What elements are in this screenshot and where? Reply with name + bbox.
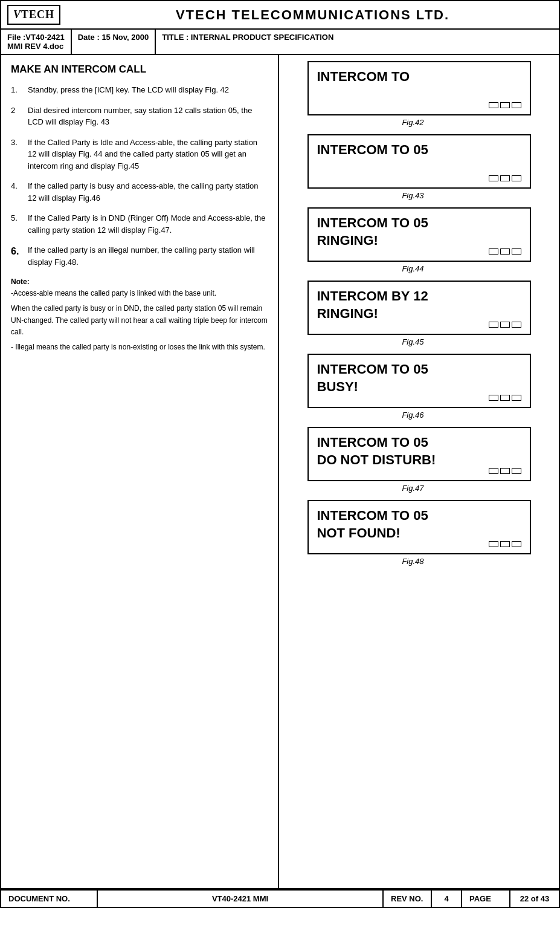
figure-47: INTERCOM TO 05DO NOT DISTURB! Fig.47 — [286, 427, 552, 496]
fig-label: Fig.46 — [286, 410, 552, 420]
fig-label: Fig.44 — [286, 264, 552, 273]
note-line: When the called party is busy or in DND,… — [11, 303, 268, 338]
sub-header: File :VT40-2421 MMI REV 4.doc Date : 15 … — [0, 30, 560, 55]
item-num: 6. — [11, 244, 28, 268]
footer-rev-label: REV NO. — [384, 891, 432, 907]
item-text: Dial desired intercom number, say statio… — [28, 105, 268, 128]
lcd-text: INTERCOM TO 05NOT FOUND! — [317, 507, 521, 542]
lcd-icon — [489, 175, 521, 181]
figure-45: INTERCOM BY 12RINGING! Fig.45 — [286, 281, 552, 350]
lcd-display-48: INTERCOM TO 05NOT FOUND! — [307, 500, 531, 554]
note-line: -Access-able means the called party is l… — [11, 288, 268, 299]
note-line: - Illegal means the called party is non-… — [11, 342, 268, 353]
company-title: VTECH TELECOMMUNICATIONS LTD. — [72, 7, 553, 23]
lcd-text: INTERCOM TO 05DO NOT DISTURB! — [317, 434, 521, 469]
section-title: MAKE AN INTERCOM CALL — [11, 63, 268, 76]
fig-label: Fig.43 — [286, 191, 552, 200]
item-num: 3. — [11, 137, 28, 172]
figure-43: INTERCOM TO 05 Fig.43 — [286, 134, 552, 204]
file-label: File :VT40-2421 — [7, 33, 65, 42]
lcd-icon — [489, 248, 521, 255]
lcd-text: INTERCOM BY 12RINGING! — [317, 288, 521, 322]
fig-label: Fig.45 — [286, 337, 552, 346]
lcd-display-44: INTERCOM TO 05RINGING! — [307, 207, 531, 262]
left-column: MAKE AN INTERCOM CALL 1. Standby, press … — [1, 55, 279, 888]
lcd-display-47: INTERCOM TO 05DO NOT DISTURB! — [307, 427, 531, 481]
item-num: 5. — [11, 212, 28, 236]
figure-42: INTERCOM TO Fig.42 — [286, 61, 552, 131]
lcd-display-45: INTERCOM BY 12RINGING! — [307, 281, 531, 335]
lcd-text: INTERCOM TO 05RINGING! — [317, 215, 521, 249]
item-text: If the Called Party is Idle and Access-a… — [28, 137, 268, 172]
lcd-text: INTERCOM TO 05BUSY! — [317, 361, 521, 395]
item-text: If the Called Party is in DND (Ringer Of… — [28, 212, 268, 236]
fig-label: Fig.42 — [286, 118, 552, 127]
figure-44: INTERCOM TO 05RINGING! Fig.44 — [286, 207, 552, 277]
footer-doc-num: VT40-2421 MMI — [98, 891, 384, 907]
title-info: TITLE : INTERNAL PRODUCT SPECIFICATION — [156, 30, 559, 54]
lcd-icon — [489, 322, 521, 328]
figure-46: INTERCOM TO 05BUSY! Fig.46 — [286, 354, 552, 423]
item-text: Standby, press the [ICM] key. The LCD wi… — [28, 84, 268, 96]
date-info: Date : 15 Nov, 2000 — [72, 30, 156, 54]
item-text: If the called party is busy and access-a… — [28, 180, 268, 204]
lcd-icon — [489, 468, 521, 474]
list-item: 6. If the called party is an illegal num… — [11, 244, 268, 268]
item-num: 2 — [11, 105, 28, 128]
file-info: File :VT40-2421 MMI REV 4.doc — [1, 30, 72, 54]
page-header: VTECH VTECH TELECOMMUNICATIONS LTD. — [0, 0, 560, 30]
note-line: Note: — [11, 276, 268, 288]
list-item: 4. If the called party is busy and acces… — [11, 180, 268, 204]
lcd-display-46: INTERCOM TO 05BUSY! — [307, 354, 531, 408]
lcd-text: INTERCOM TO 05 — [317, 141, 521, 159]
fig-label: Fig.47 — [286, 484, 552, 493]
footer-page-label: PAGE — [462, 891, 510, 907]
lcd-text: INTERCOM TO — [317, 68, 521, 86]
list-item: 3. If the Called Party is Idle and Acces… — [11, 137, 268, 172]
page-footer: DOCUMENT NO. VT40-2421 MMI REV NO. 4 PAG… — [0, 889, 560, 908]
lcd-icon — [489, 395, 521, 401]
lcd-display-42: INTERCOM TO — [307, 61, 531, 115]
file-sub: MMI REV 4.doc — [7, 42, 65, 51]
lcd-icon — [489, 541, 521, 547]
list-item: 2 Dial desired intercom number, say stat… — [11, 105, 268, 128]
lcd-icon — [489, 102, 521, 108]
notes-section: Note: -Access-able means the called part… — [11, 276, 268, 353]
list-item: 5. If the Called Party is in DND (Ringer… — [11, 212, 268, 236]
item-num: 4. — [11, 180, 28, 204]
figure-48: INTERCOM TO 05NOT FOUND! Fig.48 — [286, 500, 552, 569]
footer-rev-num: 4 — [432, 891, 462, 907]
fig-label: Fig.48 — [286, 557, 552, 566]
logo: VTECH — [7, 5, 60, 25]
lcd-display-43: INTERCOM TO 05 — [307, 134, 531, 189]
footer-doc-label: DOCUMENT NO. — [1, 891, 98, 907]
list-item: 1. Standby, press the [ICM] key. The LCD… — [11, 84, 268, 96]
item-num: 1. — [11, 84, 28, 96]
footer-page-num: 22 of 43 — [510, 891, 559, 907]
item-text: If the called party is an illegal number… — [28, 244, 268, 268]
instruction-list: 1. Standby, press the [ICM] key. The LCD… — [11, 84, 268, 268]
right-column: INTERCOM TO Fig.42 INTERCOM TO 05 Fig.43… — [279, 55, 559, 888]
main-content: MAKE AN INTERCOM CALL 1. Standby, press … — [0, 55, 560, 889]
